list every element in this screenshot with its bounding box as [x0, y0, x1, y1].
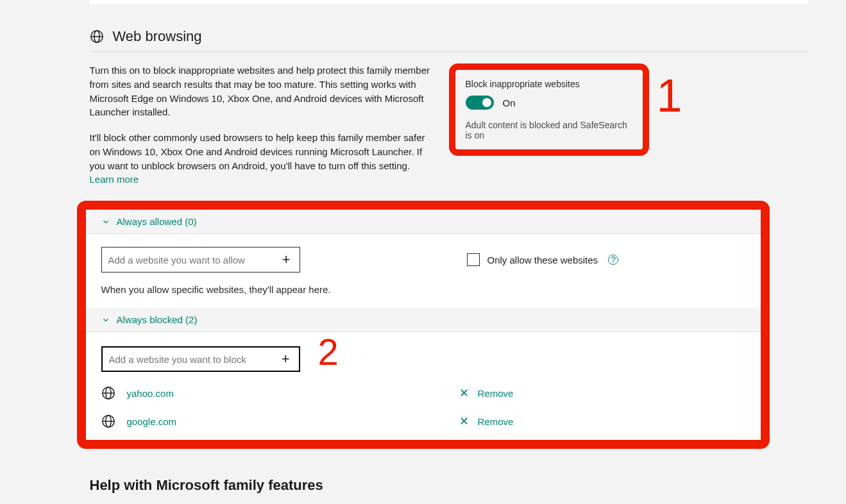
section-title: Web browsing	[113, 28, 202, 45]
always-allowed-header[interactable]: Always allowed (0)	[86, 210, 761, 234]
block-toggle-state: On	[503, 97, 516, 108]
globe-icon	[90, 29, 104, 44]
help-icon[interactable]: ?	[608, 255, 618, 265]
section-header: Web browsing	[90, 28, 808, 45]
description-paragraph-2-text: It'll block other commonly used browsers…	[90, 132, 425, 171]
remove-label: Remove	[478, 388, 514, 399]
globe-icon	[101, 386, 115, 400]
only-allow-label: Only allow these websites	[487, 255, 598, 265]
always-allowed-label: Always allowed (0)	[117, 216, 197, 227]
allowed-body: + Only allow these websites ? When you a…	[86, 234, 761, 308]
description-paragraph-1: Turn this on to block inappropriate webs…	[90, 63, 436, 119]
chevron-down-icon	[101, 217, 110, 226]
description-block: Turn this on to block inappropriate webs…	[90, 63, 436, 198]
plus-icon[interactable]: +	[279, 351, 292, 367]
only-allow-checkbox[interactable]	[467, 253, 480, 266]
block-toggle-row: On	[466, 96, 631, 110]
allowed-hint: When you allow specific websites, they'l…	[101, 284, 745, 295]
chevron-down-icon	[101, 315, 110, 324]
add-allowed-input-box[interactable]: +	[101, 247, 300, 273]
add-allowed-input[interactable]	[108, 255, 280, 265]
close-icon: ✕	[459, 414, 469, 428]
block-toggle-subtext: Adult content is blocked and SafeSearch …	[466, 120, 631, 140]
only-allow-row: Only allow these websites ?	[467, 253, 619, 266]
close-icon: ✕	[459, 386, 469, 400]
remove-label: Remove	[478, 416, 514, 427]
add-blocked-input[interactable]	[109, 354, 279, 365]
description-paragraph-2: It'll block other commonly used browsers…	[90, 131, 436, 187]
plus-icon[interactable]: +	[280, 251, 293, 268]
annotation-box-2: Always allowed (0) + Only allow these we…	[77, 201, 770, 449]
annotation-box-1: Block inappropriate websites On Adult co…	[449, 63, 649, 156]
blocked-body: + 2 yahoo.com ✕ Remove google.com ✕ Remo…	[86, 332, 761, 440]
block-toggle-title: Block inappropriate websites	[466, 79, 631, 89]
annotation-number-1: 1	[656, 72, 682, 119]
blocked-site-row: google.com ✕ Remove	[101, 414, 745, 428]
learn-more-link[interactable]: Learn more	[90, 174, 139, 185]
blocked-site-link[interactable]: google.com	[127, 416, 448, 427]
top-row: Turn this on to block inappropriate webs…	[90, 63, 808, 198]
allowed-add-row: + Only allow these websites ?	[101, 247, 745, 273]
always-blocked-label: Always blocked (2)	[117, 314, 198, 325]
blocked-site-row: yahoo.com ✕ Remove	[101, 386, 745, 400]
remove-button[interactable]: ✕ Remove	[459, 386, 514, 400]
annotation-number-2: 2	[318, 333, 339, 371]
remove-button[interactable]: ✕ Remove	[459, 414, 514, 428]
block-toggle[interactable]	[466, 96, 494, 110]
add-blocked-input-box[interactable]: +	[101, 346, 300, 372]
top-white-bar	[90, 0, 808, 4]
help-heading: Help with Microsoft family features	[90, 477, 808, 494]
blocked-site-link[interactable]: yahoo.com	[127, 388, 448, 399]
globe-icon	[101, 414, 115, 428]
divider	[90, 51, 808, 52]
always-blocked-header[interactable]: Always blocked (2)	[86, 308, 761, 332]
page-root: Web browsing Turn this on to block inapp…	[26, 0, 821, 504]
